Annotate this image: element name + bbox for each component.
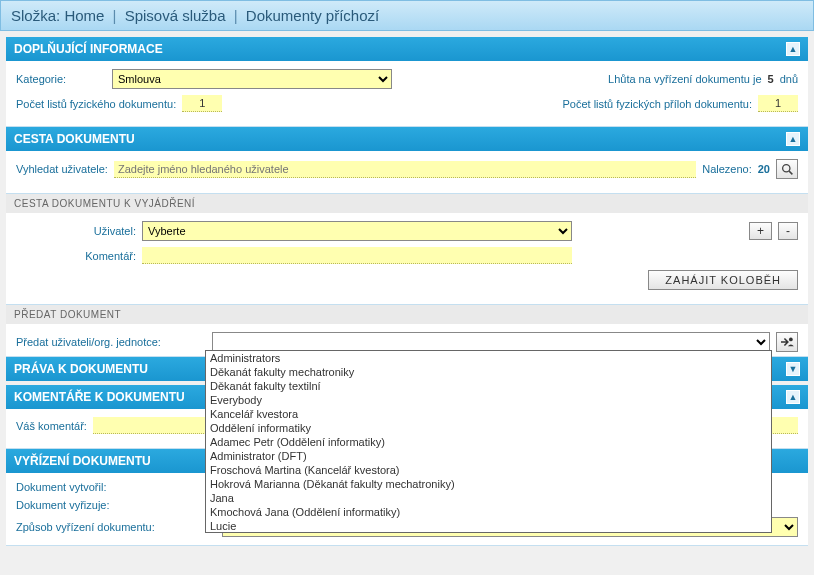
panel-header-doplnujici: DOPLŇUJÍCÍ INFORMACE ▲ (6, 37, 808, 61)
dropdown-option[interactable]: Lucie (206, 519, 771, 533)
transfer-icon (780, 336, 794, 348)
transfer-icon-button[interactable] (776, 332, 798, 352)
dropdown-option[interactable]: Jana (206, 491, 771, 505)
svg-point-2 (789, 338, 793, 342)
panel-title: DOPLŇUJÍCÍ INFORMACE (14, 42, 163, 56)
panel-title: PRÁVA K DOKUMENTU (14, 362, 148, 376)
uzivatel-select[interactable]: Vyberte (142, 221, 572, 241)
zpusob-label: Způsob vyřízení dokumentu: (16, 521, 216, 533)
lhuta-text-1: Lhůta na vyřízení dokumentu je (608, 73, 761, 85)
breadcrumb-sep: | (234, 7, 238, 24)
panel-header-cesta: CESTA DOKUMENTU ▲ (6, 127, 808, 151)
predat-label: Předat uživateli/org. jednotce: (16, 336, 206, 348)
dropdown-option[interactable]: Adamec Petr (Oddělení informatiky) (206, 435, 771, 449)
collapse-icon[interactable]: ▲ (786, 390, 800, 404)
dropdown-option[interactable]: Froschová Martina (Kancelář kvestora) (206, 463, 771, 477)
dropdown-option[interactable]: Administrators (206, 351, 771, 365)
collapse-icon[interactable]: ▲ (786, 42, 800, 56)
predat-dropdown-menu[interactable]: AdministratorsDěkanát fakulty mechatroni… (205, 350, 772, 533)
dropdown-option[interactable]: Hokrová Marianna (Děkanát fakulty mechat… (206, 477, 771, 491)
dropdown-option[interactable]: Kmochová Jana (Oddělení informatiky) (206, 505, 771, 519)
panel-body-cesta: Vyhledat uživatele: Nalezeno: 20 (6, 151, 808, 194)
dropdown-option[interactable]: Oddělení informatiky (206, 421, 771, 435)
search-icon (781, 163, 794, 176)
zahajit-kolobeh-button[interactable]: ZAHÁJIT KOLOBĚH (648, 270, 798, 290)
nalezeno-label: Nalezeno: (702, 163, 752, 175)
uzivatel-label: Uživatel: (16, 225, 136, 237)
pocet-priloh-input[interactable] (758, 95, 798, 112)
vas-komentar-label: Váš komentář: (16, 420, 87, 432)
breadcrumb-item-home[interactable]: Home (64, 7, 104, 24)
pocet-listu-label: Počet listů fyzického dokumentu: (16, 98, 176, 110)
add-button[interactable]: + (749, 222, 772, 240)
search-user-input[interactable] (114, 161, 696, 178)
predat-select[interactable] (212, 332, 770, 352)
remove-button[interactable]: - (778, 222, 798, 240)
svg-line-1 (789, 171, 792, 174)
dropdown-option[interactable]: Děkanát fakulty mechatroniky (206, 365, 771, 379)
vyhledat-label: Vyhledat uživatele: (16, 163, 108, 175)
panel-body-vyjadreni: Uživatel: Vyberte + - Komentář: ZAHÁJIT … (6, 213, 808, 305)
pocet-listu-input[interactable] (182, 95, 222, 112)
vyrizuje-label: Dokument vyřizuje: (16, 499, 216, 511)
dropdown-option[interactable]: Administrator (DFT) (206, 449, 771, 463)
panel-title: CESTA DOKUMENTU (14, 132, 135, 146)
vytvoril-label: Dokument vytvořil: (16, 481, 216, 493)
breadcrumb-prefix: Složka: (11, 7, 60, 24)
kategorie-select[interactable]: Smlouva (112, 69, 392, 89)
breadcrumb-item-docs[interactable]: Dokumenty příchozí (246, 7, 379, 24)
expand-icon[interactable]: ▼ (786, 362, 800, 376)
lhuta-days: 5 (768, 73, 774, 85)
dropdown-option[interactable]: Děkanát fakulty textilní (206, 379, 771, 393)
komentar-label: Komentář: (16, 250, 136, 262)
breadcrumb-sep: | (113, 7, 117, 24)
komentar-input[interactable] (142, 247, 572, 264)
dropdown-option[interactable]: Everybody (206, 393, 771, 407)
nalezeno-count: 20 (758, 163, 770, 175)
svg-point-0 (782, 164, 789, 171)
panel-title: VYŘÍZENÍ DOKUMENTU (14, 454, 151, 468)
pocet-priloh-label: Počet listů fyzických příloh dokumentu: (562, 98, 752, 110)
panel-title: KOMENTÁŘE K DOKUMENTU (14, 390, 185, 404)
kategorie-label: Kategorie: (16, 73, 106, 85)
panel-body-doplnujici: Kategorie: Smlouva Lhůta na vyřízení dok… (6, 61, 808, 127)
collapse-icon[interactable]: ▲ (786, 132, 800, 146)
search-icon-button[interactable] (776, 159, 798, 179)
breadcrumb: Složka: Home | Spisová služba | Dokument… (0, 0, 814, 31)
dropdown-option[interactable]: Kancelář kvestora (206, 407, 771, 421)
breadcrumb-item-spis[interactable]: Spisová služba (125, 7, 226, 24)
sub-header-predat: PŘEDAT DOKUMENT (6, 305, 808, 324)
lhuta-text-2: dnů (780, 73, 798, 85)
sub-header-vyjadreni: CESTA DOKUMENTU K VYJÁDŘENÍ (6, 194, 808, 213)
